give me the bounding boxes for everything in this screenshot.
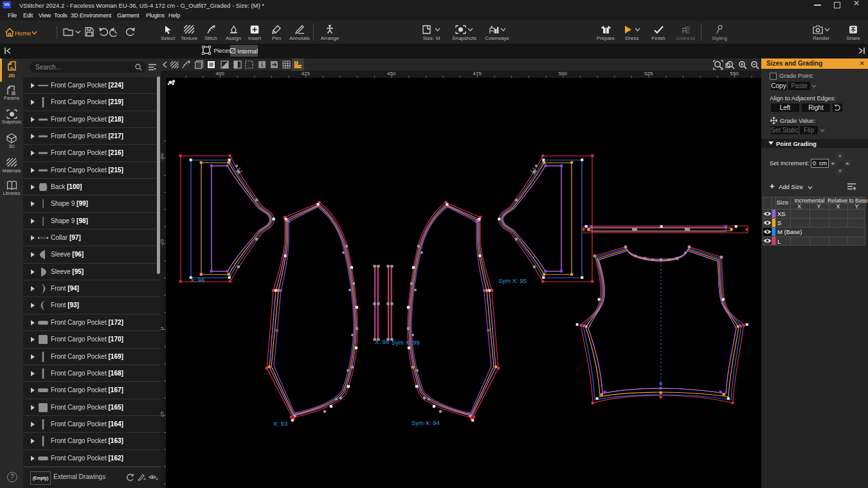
- svg-text:500: 500: [559, 71, 568, 77]
- svg-text:0: 0: [161, 327, 165, 330]
- svg-text:-50: -50: [161, 153, 165, 161]
- svg-text:A: A: [143, 477, 146, 481]
- svg-text:X: 98: X: 98: [375, 338, 389, 345]
- svg-text:425: 425: [302, 71, 311, 77]
- svg-text:525: 525: [644, 71, 653, 77]
- svg-text:Sym X: 94: Sym X: 94: [411, 419, 440, 426]
- svg-text:i: i: [261, 62, 263, 68]
- svg-text:X: 96: X: 96: [190, 276, 204, 284]
- svg-text:475: 475: [473, 71, 482, 77]
- svg-text:Sym X: 95: Sym X: 95: [498, 277, 527, 284]
- svg-text:450: 450: [387, 71, 396, 77]
- svg-text:550: 550: [730, 71, 739, 77]
- svg-text:A: A: [156, 477, 158, 481]
- svg-text:400: 400: [215, 71, 224, 77]
- svg-text:X: 93: X: 93: [273, 420, 287, 427]
- svg-text:Sym X: 99: Sym X: 99: [392, 339, 420, 346]
- svg-text:-25: -25: [161, 239, 165, 246]
- svg-text:25: 25: [161, 411, 165, 417]
